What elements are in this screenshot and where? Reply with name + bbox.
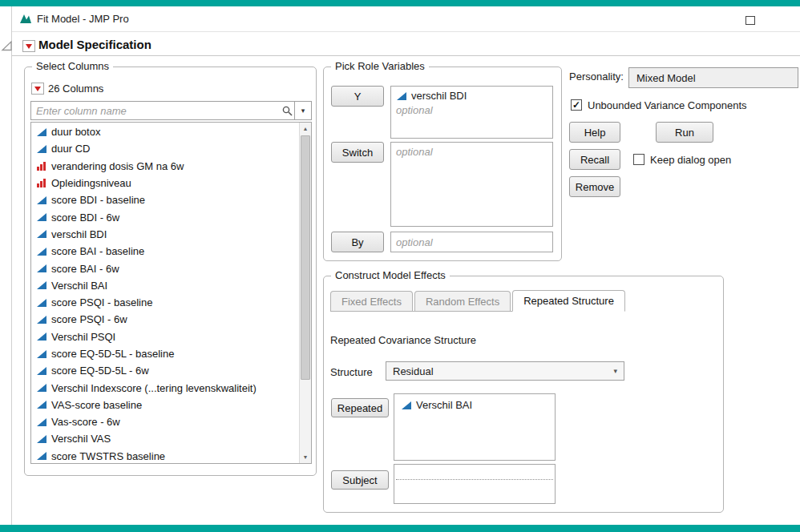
tab-fixed-effects[interactable]: Fixed Effects bbox=[330, 291, 413, 311]
keep-dialog-open-checkbox[interactable] bbox=[633, 154, 644, 165]
list-item[interactable]: Verschil BAI bbox=[31, 277, 299, 294]
tab-repeated-structure[interactable]: Repeated Structure bbox=[512, 290, 625, 312]
by-drop-zone[interactable]: optional bbox=[390, 232, 553, 252]
list-item[interactable]: VAS-score baseline bbox=[31, 397, 299, 413]
list-item[interactable]: verschil BDI bbox=[31, 226, 299, 243]
list-item[interactable]: duur botox bbox=[31, 123, 299, 140]
unbounded-variance-label: Unbounded Variance Components bbox=[588, 99, 747, 111]
continuous-icon bbox=[36, 264, 46, 272]
construct-model-effects-panel: Construct Model Effects Fixed EffectsRan… bbox=[323, 276, 724, 513]
subject-drop-zone[interactable] bbox=[394, 464, 556, 504]
recall-button[interactable]: Recall bbox=[569, 149, 620, 170]
list-item[interactable]: score PSQI - baseline bbox=[31, 294, 299, 311]
column-name: Verschil PSQI bbox=[51, 331, 115, 343]
continuous-icon bbox=[36, 350, 46, 358]
list-item[interactable]: score BAI - baseline bbox=[31, 243, 299, 260]
personality-select[interactable]: Mixed Model bbox=[628, 67, 798, 88]
column-name: score EQ-5D-5L - baseline bbox=[51, 348, 174, 360]
column-name: verschil BDI bbox=[51, 228, 107, 240]
continuous-icon bbox=[401, 401, 411, 409]
tab-random-effects[interactable]: Random Effects bbox=[414, 291, 511, 311]
window-title: Fit Model - JMP Pro bbox=[37, 13, 129, 25]
list-item[interactable]: score PSQI - 6w bbox=[31, 311, 299, 328]
list-item[interactable]: verandering dosis GM na 6w bbox=[31, 158, 299, 175]
repeated-drop-zone[interactable]: Verschil BAI bbox=[394, 393, 556, 461]
help-button[interactable]: Help bbox=[569, 122, 620, 143]
personality-label: Personality: bbox=[569, 71, 624, 83]
y-variable-item[interactable]: verschil BDI bbox=[391, 87, 552, 102]
run-button[interactable]: Run bbox=[656, 122, 713, 143]
column-name: score BAI - 6w bbox=[51, 263, 119, 275]
y-role-button[interactable]: Y bbox=[331, 86, 384, 107]
column-name: score PSQI - 6w bbox=[51, 313, 127, 325]
list-item[interactable]: score EQ-5D-5L - 6w bbox=[31, 362, 299, 379]
remove-button[interactable]: Remove bbox=[569, 176, 620, 197]
keep-dialog-open-label: Keep dialog open bbox=[650, 154, 731, 166]
bottom-teal-strip bbox=[0, 525, 800, 532]
personality-value: Mixed Model bbox=[636, 72, 696, 84]
scrollbar[interactable]: ▲ ▼ bbox=[299, 123, 311, 463]
list-item[interactable]: duur CD bbox=[31, 140, 299, 157]
column-name: score BDI - 6w bbox=[51, 212, 119, 224]
list-item[interactable]: Vas-score - 6w bbox=[31, 413, 299, 430]
switch-drop-zone[interactable]: optional bbox=[390, 142, 553, 227]
repeated-variable-name: Verschil BAI bbox=[416, 399, 472, 411]
title-bar bbox=[12, 6, 800, 32]
y-drop-zone[interactable]: verschil BDI optional bbox=[390, 86, 553, 139]
y-optional-label: optional bbox=[391, 102, 552, 116]
column-name: score BDI - baseline bbox=[51, 194, 145, 206]
continuous-icon bbox=[36, 418, 46, 426]
select-columns-panel: Select Columns 26 Columns ▾ duur botoxdu… bbox=[24, 66, 317, 476]
continuous-icon bbox=[36, 128, 46, 136]
continuous-icon bbox=[36, 281, 46, 289]
list-item[interactable]: Opleidingsniveau bbox=[31, 175, 299, 191]
column-name: duur botox bbox=[51, 126, 100, 138]
search-input[interactable] bbox=[31, 103, 280, 119]
construct-model-effects-title: Construct Model Effects bbox=[331, 269, 450, 281]
continuous-icon bbox=[36, 196, 46, 204]
pick-role-variables-panel: Pick Role Variables Y verschil BDI optio… bbox=[323, 66, 562, 261]
restore-window-icon[interactable] bbox=[745, 16, 755, 25]
continuous-icon bbox=[36, 384, 46, 392]
ordinal-icon bbox=[36, 162, 46, 171]
tab-bar: Fixed EffectsRandom EffectsRepeated Stru… bbox=[330, 289, 619, 312]
subject-role-button[interactable]: Subject bbox=[331, 470, 389, 490]
continuous-icon bbox=[36, 213, 46, 221]
column-list-box: duur botoxduur CDverandering dosis GM na… bbox=[30, 122, 312, 464]
column-name: Opleidingsniveau bbox=[51, 177, 131, 189]
repeated-variable-item[interactable]: Verschil BAI bbox=[401, 399, 555, 411]
list-item[interactable]: Verschil VAS bbox=[31, 430, 299, 447]
top-teal-strip bbox=[0, 0, 800, 6]
column-name: Vas-score - 6w bbox=[51, 416, 120, 428]
repeated-covariance-label: Repeated Covariance Structure bbox=[330, 334, 476, 346]
scroll-thumb[interactable] bbox=[301, 135, 310, 380]
repeated-role-button[interactable]: Repeated bbox=[331, 398, 389, 417]
window-left-border bbox=[11, 6, 12, 525]
search-icon bbox=[280, 106, 294, 116]
search-options-dropdown-icon[interactable]: ▾ bbox=[295, 101, 312, 120]
column-name: score PSQI - baseline bbox=[51, 296, 152, 308]
list-item[interactable]: score BAI - 6w bbox=[31, 260, 299, 276]
column-name: verandering dosis GM na 6w bbox=[51, 160, 184, 172]
columns-red-triangle-menu-icon[interactable] bbox=[31, 83, 44, 95]
structure-label: Structure bbox=[330, 366, 373, 378]
list-item[interactable]: Verschil PSQI bbox=[31, 328, 299, 345]
list-item[interactable]: score TWSTRS baseline bbox=[31, 448, 299, 464]
column-name: duur CD bbox=[51, 143, 90, 155]
scroll-down-icon[interactable]: ▼ bbox=[300, 451, 311, 463]
column-search-box bbox=[30, 101, 295, 120]
list-item[interactable]: score BDI - baseline bbox=[31, 191, 299, 208]
by-role-button[interactable]: By bbox=[331, 232, 384, 252]
structure-select[interactable]: Residual ▾ bbox=[386, 361, 624, 381]
list-item[interactable]: score EQ-5D-5L - baseline bbox=[31, 345, 299, 362]
list-item[interactable]: Verschil Indexscore (...tering levenskwa… bbox=[31, 379, 299, 396]
outline-disclosure-icon[interactable] bbox=[1, 40, 12, 54]
jmp-logo-icon bbox=[19, 13, 32, 25]
continuous-icon bbox=[36, 435, 46, 443]
switch-role-button[interactable]: Switch bbox=[331, 142, 384, 163]
red-triangle-menu-icon[interactable] bbox=[22, 40, 35, 52]
list-item[interactable]: score BDI - 6w bbox=[31, 208, 299, 225]
select-columns-title: Select Columns bbox=[32, 60, 113, 72]
unbounded-variance-checkbox[interactable] bbox=[571, 99, 582, 111]
scroll-up-icon[interactable]: ▲ bbox=[300, 123, 311, 135]
